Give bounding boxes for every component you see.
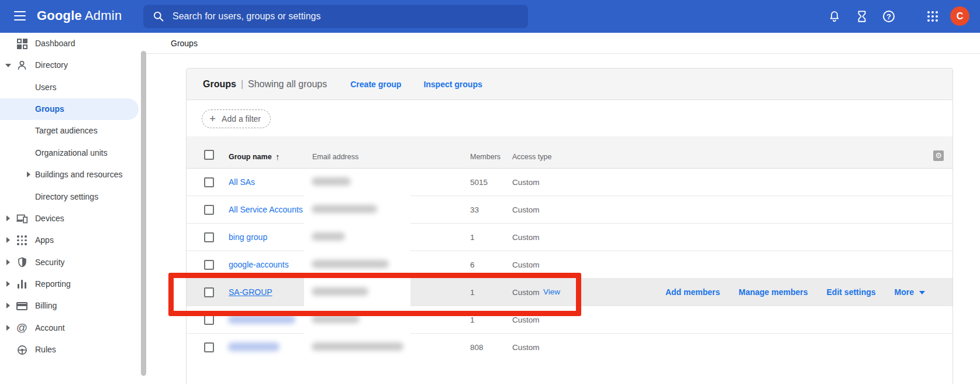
logo-google-text: Google: [37, 8, 82, 23]
more-menu-button[interactable]: More: [895, 287, 925, 297]
redacted-email: [312, 177, 351, 186]
sidebar-item-label: Security: [35, 258, 65, 267]
sidebar-item-organizational-units[interactable]: Organizational units: [0, 142, 146, 164]
top-app-bar: GoogleAdmin ? C: [0, 0, 980, 33]
members-count: 6: [470, 260, 475, 269]
inspect-groups-link[interactable]: Inspect groups: [423, 80, 482, 89]
sidebar-item-directory-settings[interactable]: Directory settings: [0, 186, 146, 208]
sidebar-item-label: Billing: [35, 301, 57, 310]
title-divider: |: [241, 79, 243, 90]
edit-settings-link[interactable]: Edit settings: [827, 287, 876, 297]
sort-ascending-icon[interactable]: ↑: [275, 152, 280, 162]
chevron-right-icon[interactable]: [6, 325, 10, 331]
redacted-email: [312, 205, 377, 213]
notifications-bell-icon[interactable]: [827, 9, 841, 23]
caret-down-icon: [919, 291, 925, 294]
menu-icon[interactable]: [14, 11, 26, 20]
table-row[interactable]: All SAs 5015 Custom: [187, 169, 953, 196]
page-subtitle: Showing all groups: [248, 79, 327, 90]
table-row-sa-group[interactable]: SA-GROUP 1 Custom View Add members Manag…: [187, 279, 953, 306]
row-checkbox[interactable]: [204, 232, 214, 242]
groups-card: Groups | Showing all groups Create group…: [186, 68, 953, 384]
table-row[interactable]: All Service Accounts 33 Custom: [187, 196, 953, 224]
sidebar-item-billing[interactable]: Billing: [0, 295, 146, 317]
create-group-link[interactable]: Create group: [350, 80, 401, 89]
more-label: More: [895, 287, 914, 297]
search-input[interactable]: [172, 5, 528, 28]
members-count: 1: [470, 233, 475, 242]
row-checkbox[interactable]: [204, 315, 214, 325]
redacted-email: [312, 232, 345, 241]
sidebar-item-users[interactable]: Users: [0, 77, 146, 98]
credit-card-icon: [16, 300, 28, 312]
column-header-group-name[interactable]: Group name: [229, 153, 272, 161]
apps-grid-icon: [16, 234, 28, 246]
redacted-email: [312, 342, 403, 351]
chevron-down-icon[interactable]: [5, 64, 11, 67]
row-checkbox[interactable]: [204, 260, 214, 270]
group-name-link[interactable]: All SAs: [229, 177, 255, 187]
chevron-right-icon[interactable]: [6, 303, 10, 308]
redacted-email: [312, 287, 368, 296]
hourglass-tasks-icon[interactable]: [855, 9, 869, 23]
row-checkbox[interactable]: [204, 205, 214, 215]
table-row[interactable]: google-accounts 6 Custom: [187, 251, 953, 279]
redacted-email-column: [304, 169, 410, 359]
chevron-right-icon[interactable]: [6, 215, 10, 221]
access-type: Custom: [512, 316, 540, 324]
sidebar-scrollbar[interactable]: [141, 51, 146, 376]
sidebar-item-label: Rules: [35, 345, 56, 354]
sidebar-item-label: Users: [35, 83, 57, 92]
table-row[interactable]: 808 Custom: [187, 334, 953, 361]
sidebar-item-directory[interactable]: Directory: [0, 54, 146, 76]
sidebar-item-account[interactable]: @ Account: [0, 317, 146, 339]
sidebar-item-label: Account: [35, 323, 65, 332]
members-count: 1: [470, 316, 475, 324]
row-checkbox[interactable]: [204, 342, 214, 352]
page-title: Groups: [203, 79, 236, 90]
chevron-right-icon[interactable]: [6, 259, 10, 265]
row-checkbox[interactable]: [204, 177, 214, 187]
apps-grid-icon[interactable]: [926, 9, 940, 23]
add-members-link[interactable]: Add members: [665, 287, 720, 297]
access-type: Custom: [512, 178, 540, 187]
group-name-link[interactable]: All Service Accounts: [229, 205, 303, 214]
add-filter-chip[interactable]: + Add a filter: [202, 109, 271, 128]
row-checkbox[interactable]: [204, 287, 214, 297]
search-bar[interactable]: [143, 5, 528, 28]
table-row[interactable]: bing group 1 Custom: [187, 224, 953, 251]
group-name-link[interactable]: bing group: [229, 232, 267, 242]
chevron-right-icon[interactable]: [6, 237, 10, 243]
group-name-link[interactable]: SA-GROUP: [229, 287, 272, 297]
redacted-group-name: [228, 342, 279, 351]
table-row[interactable]: 1 Custom: [187, 306, 953, 334]
sidebar-item-label: Target audiences: [35, 126, 98, 135]
members-count: 33: [470, 205, 479, 214]
sidebar-item-buildings-and-resources[interactable]: Buildings and resources: [0, 164, 146, 186]
members-count: 5015: [470, 178, 488, 187]
shield-icon: [16, 256, 28, 269]
members-count: 1: [470, 288, 475, 297]
sidebar-item-apps[interactable]: Apps: [0, 229, 146, 251]
chevron-right-icon[interactable]: [27, 172, 30, 177]
person-icon: [16, 59, 28, 71]
group-name-link[interactable]: google-accounts: [229, 260, 289, 269]
groups-card-header: Groups | Showing all groups Create group…: [187, 68, 953, 100]
view-link[interactable]: View: [543, 287, 560, 296]
redacted-email: [312, 260, 389, 268]
sidebar-item-dashboard[interactable]: Dashboard: [0, 33, 146, 54]
help-icon[interactable]: ?: [882, 9, 896, 23]
table-settings-gear-icon[interactable]: ⚙: [933, 150, 944, 161]
sidebar-item-target-audiences[interactable]: Target audiences: [0, 120, 146, 142]
redacted-group-name: [228, 315, 295, 324]
account-avatar[interactable]: C: [950, 6, 969, 26]
sidebar-item-reporting[interactable]: Reporting: [0, 273, 146, 295]
sidebar-item-groups[interactable]: Groups: [0, 98, 139, 120]
sidebar-item-devices[interactable]: Devices: [0, 208, 146, 229]
sidebar-item-security[interactable]: Security: [0, 252, 146, 273]
chevron-right-icon[interactable]: [6, 281, 10, 287]
manage-members-link[interactable]: Manage members: [739, 287, 808, 297]
select-all-checkbox[interactable]: [204, 150, 214, 160]
sidebar-item-rules[interactable]: Rules: [0, 339, 146, 361]
column-header-access-type: Access type: [512, 153, 551, 161]
